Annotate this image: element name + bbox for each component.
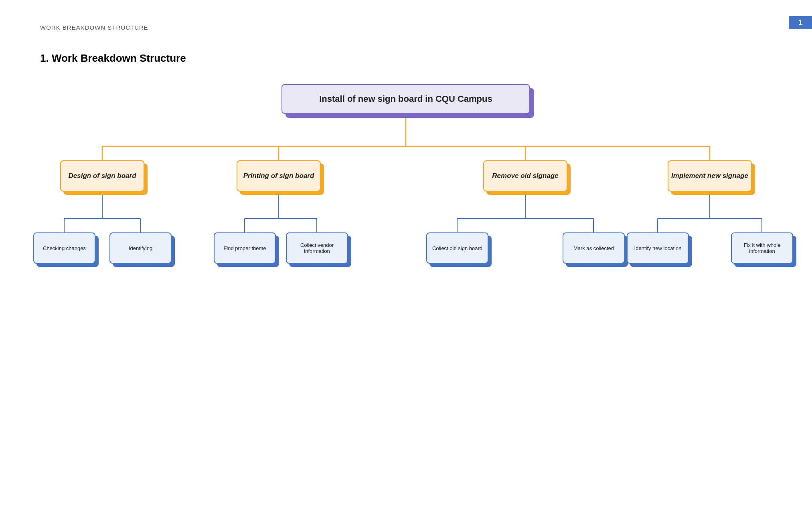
doc-header: WORK BREAKDOWN STRUCTURE <box>40 24 148 31</box>
l2-checking: Checking changes <box>33 232 95 264</box>
l1-printing: Printing of sign board <box>237 160 321 192</box>
l2-vendor-info-label: Collect vendor information <box>289 242 345 254</box>
page-number: 1 <box>789 16 812 29</box>
root-label: Install of new sign board in CQU Campus <box>319 94 492 104</box>
l1-design: Design of sign board <box>60 160 144 192</box>
l1-implement: Implement new signage <box>668 160 752 192</box>
l1-remove: Remove old signage <box>483 160 567 192</box>
l2-find-theme-label: Find proper theme <box>223 245 266 251</box>
l2-checking-label: Checking changes <box>43 245 86 251</box>
l1-design-label: Design of sign board <box>68 172 136 180</box>
section-title: 1. Work Breakdown Structure <box>40 52 186 65</box>
root-node: Install of new sign board in CQU Campus <box>281 84 530 114</box>
l2-identify-location: Identify new location <box>627 232 689 264</box>
l2-collect-old-label: Collect old sign board <box>432 245 482 251</box>
l2-vendor-info: Collect vendor information <box>286 232 348 264</box>
l1-printing-label: Printing of sign board <box>243 172 314 180</box>
l1-implement-label: Implement new signage <box>671 172 748 180</box>
l2-mark-collected: Mark as collected <box>563 232 625 264</box>
l2-identifying: Identifying <box>109 232 172 264</box>
l2-mark-collected-label: Mark as collected <box>573 245 614 251</box>
l2-fix-info: Fix it with whole information <box>731 232 793 264</box>
l2-fix-info-label: Fix it with whole information <box>734 242 790 254</box>
l2-identifying-label: Identifying <box>129 245 152 251</box>
l2-identify-location-label: Identify new location <box>634 245 682 251</box>
l2-collect-old: Collect old sign board <box>426 232 488 264</box>
l2-find-theme: Find proper theme <box>214 232 276 264</box>
wbs-diagram: Install of new sign board in CQU Campus … <box>0 76 812 357</box>
l1-remove-label: Remove old signage <box>492 172 558 180</box>
